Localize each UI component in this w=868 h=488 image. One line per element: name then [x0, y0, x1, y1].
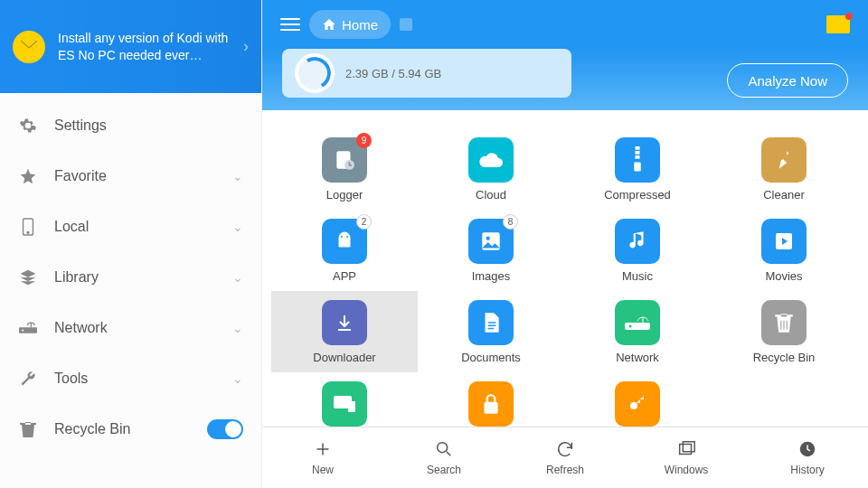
- svg-rect-20: [484, 401, 497, 413]
- tile-label: Compressed: [604, 188, 671, 202]
- svg-rect-10: [634, 162, 641, 171]
- tile-images[interactable]: 8 Images: [418, 210, 564, 291]
- sidebar-item-label: Tools: [54, 371, 216, 387]
- chevron-down-icon: ⌄: [232, 371, 243, 386]
- tile-label: Movies: [765, 269, 802, 283]
- cloud-icon: [468, 137, 514, 183]
- broom-icon: [761, 137, 807, 183]
- tile-compressed[interactable]: Compressed: [564, 128, 711, 210]
- router-icon: [18, 321, 38, 335]
- tile-label: Downloader: [313, 351, 375, 364]
- analyze-button[interactable]: Analyze Now: [727, 63, 848, 98]
- sidebar-item-label: Library: [54, 269, 216, 286]
- mail-icon: [13, 31, 45, 63]
- tile-locker[interactable]: Locker: [418, 372, 564, 427]
- tab-label: Home: [342, 17, 378, 33]
- svg-rect-7: [636, 146, 640, 150]
- tile-downloader[interactable]: Downloader: [271, 291, 418, 372]
- tile-music[interactable]: Music: [564, 210, 711, 291]
- logger-icon: 9: [322, 137, 367, 183]
- tab-placeholder[interactable]: [400, 18, 412, 31]
- bottom-label: Refresh: [546, 464, 584, 476]
- bottom-windows[interactable]: Windows: [626, 427, 747, 488]
- bottom-label: History: [790, 464, 824, 476]
- android-icon: 2: [322, 219, 367, 264]
- home-icon: [322, 17, 336, 32]
- bottom-label: Search: [427, 464, 461, 476]
- storage-panel: 2.39 GB / 5.94 GB Analyze Now: [262, 49, 868, 110]
- svg-point-17: [629, 324, 632, 327]
- tile-logger[interactable]: 9 Logger: [271, 128, 418, 210]
- svg-point-12: [346, 236, 348, 238]
- sidebar-item-favorite[interactable]: Favorite ⌄: [0, 151, 261, 202]
- sidebar-item-library[interactable]: Library ⌄: [0, 252, 261, 303]
- clock-icon: [797, 439, 817, 459]
- tile-label: Images: [472, 269, 511, 283]
- bottom-refresh[interactable]: Refresh: [505, 427, 626, 488]
- svg-point-14: [486, 236, 490, 239]
- sidebar-item-tools[interactable]: Tools ⌄: [0, 353, 261, 404]
- tile-label: APP: [333, 269, 356, 283]
- svg-rect-9: [636, 155, 640, 159]
- sidebar-item-label: Network: [54, 320, 216, 336]
- music-icon: [615, 219, 660, 264]
- promo-banner[interactable]: Install any version of Kodi with ES No P…: [0, 0, 261, 93]
- trash-icon: [761, 300, 807, 345]
- tile-label: Documents: [461, 351, 521, 364]
- tab-home[interactable]: Home: [309, 10, 391, 39]
- gear-icon: [18, 117, 38, 135]
- chevron-down-icon: ⌄: [232, 321, 243, 335]
- sidebar-item-label: Recycle Bin: [54, 421, 191, 437]
- svg-rect-3: [19, 327, 37, 333]
- tile-network[interactable]: Network: [564, 291, 711, 372]
- bottom-search[interactable]: Search: [383, 427, 505, 488]
- chevron-down-icon: ⌄: [232, 220, 243, 234]
- tile-view-on-pc[interactable]: View on PC: [271, 372, 418, 427]
- phone-icon: [18, 218, 38, 236]
- bottom-new[interactable]: New: [262, 427, 383, 488]
- bottom-history[interactable]: History: [747, 427, 868, 488]
- chevron-right-icon: ›: [243, 37, 249, 56]
- tile-encrypted[interactable]: Encrypted: [564, 372, 711, 427]
- bottom-label: New: [312, 464, 334, 476]
- badge: 8: [503, 214, 518, 230]
- search-icon: [434, 439, 454, 459]
- wrench-icon: [18, 370, 38, 388]
- tile-movies[interactable]: Movies: [711, 210, 857, 291]
- storage-card[interactable]: 2.39 GB / 5.94 GB: [282, 49, 571, 98]
- windows-icon: [676, 439, 696, 459]
- svg-point-4: [22, 329, 24, 331]
- analyze-label: Analyze Now: [748, 73, 827, 89]
- svg-rect-16: [625, 323, 650, 330]
- download-icon: [322, 300, 367, 345]
- svg-point-22: [438, 443, 448, 453]
- tile-cloud[interactable]: Cloud: [418, 128, 564, 210]
- tile-cleaner[interactable]: Cleaner: [711, 128, 857, 210]
- svg-point-21: [630, 402, 637, 409]
- notifications-icon[interactable]: [826, 15, 850, 33]
- recycle-toggle[interactable]: [207, 419, 243, 439]
- svg-point-11: [341, 236, 343, 238]
- tile-app[interactable]: 2 APP: [271, 210, 418, 291]
- svg-rect-19: [348, 401, 355, 412]
- svg-rect-23: [680, 445, 692, 455]
- refresh-icon: [555, 439, 575, 459]
- sidebar-item-local[interactable]: Local ⌄: [0, 202, 261, 252]
- sidebar-item-label: Local: [54, 219, 216, 235]
- star-icon: [18, 167, 38, 185]
- main: Home 2.39 GB / 5.94 GB Analyze Now 9: [262, 0, 868, 488]
- sidebar-item-settings[interactable]: Settings: [0, 100, 261, 151]
- document-icon: [468, 300, 514, 345]
- hamburger-icon[interactable]: [280, 18, 300, 31]
- key-icon: [615, 381, 660, 427]
- sidebar-item-network[interactable]: Network ⌄: [0, 303, 261, 353]
- bottom-label: Windows: [665, 464, 709, 476]
- router-icon: [615, 300, 660, 345]
- tile-documents[interactable]: Documents: [418, 291, 564, 372]
- sidebar-item-recycle[interactable]: Recycle Bin: [0, 404, 261, 455]
- sidebar: Install any version of Kodi with ES No P…: [0, 0, 262, 488]
- layers-icon: [18, 268, 38, 286]
- svg-rect-24: [683, 442, 694, 452]
- badge: 9: [356, 133, 372, 148]
- tile-recycle[interactable]: Recycle Bin: [711, 291, 857, 372]
